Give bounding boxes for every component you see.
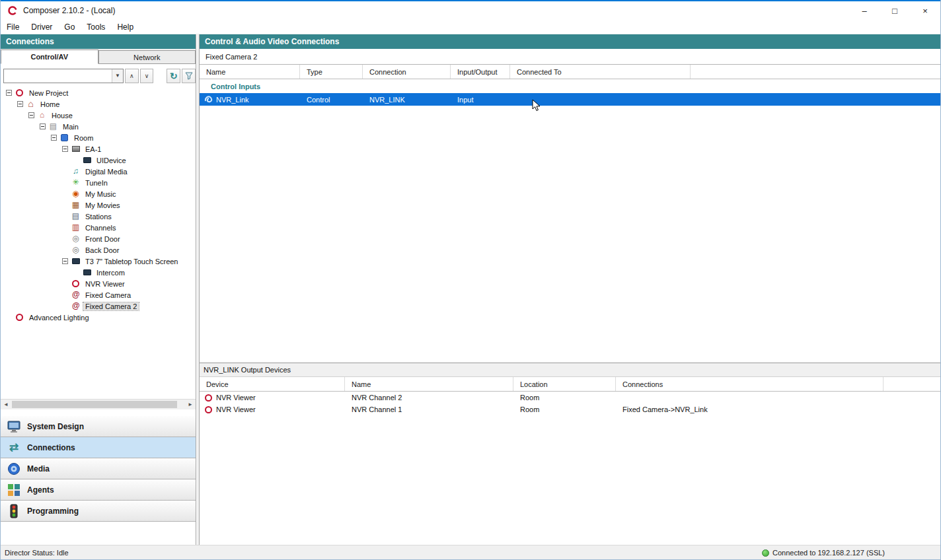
column-header-location[interactable]: Location bbox=[513, 377, 616, 391]
tree-expander-icon[interactable] bbox=[51, 135, 57, 141]
tree-expander-icon[interactable] bbox=[62, 146, 68, 152]
combobox-dropdown-icon[interactable]: ▼ bbox=[112, 69, 123, 83]
tree-item-label: Front Door bbox=[83, 235, 122, 243]
output-device-rows: NVR ViewerNVR Channel 2RoomNVR ViewerNVR… bbox=[200, 392, 940, 415]
output-devices-title: NVR_LINK Output Devices bbox=[200, 363, 940, 377]
column-header-type[interactable]: Type bbox=[300, 65, 363, 79]
nav-media[interactable]: Media bbox=[1, 458, 196, 479]
tree-expander-icon[interactable] bbox=[28, 112, 34, 118]
tree-item-label: Stations bbox=[83, 213, 114, 221]
tab-control-av[interactable]: Control/AV bbox=[1, 50, 98, 64]
ea-icon bbox=[71, 145, 81, 153]
connection-status: Connected to 192.168.2.127 (SSL) bbox=[762, 545, 885, 560]
tree-item-label: EA-1 bbox=[83, 145, 103, 153]
tab-network[interactable]: Network bbox=[98, 50, 196, 63]
tree-item-house[interactable]: ⌂House bbox=[1, 110, 196, 121]
tree-item-new-project[interactable]: New Project bbox=[1, 87, 196, 98]
tree-item-t3-7-tabletop-touch-screen[interactable]: T3 7" Tabletop Touch Screen bbox=[1, 256, 196, 267]
main-title: Control & Audio Video Connections bbox=[200, 34, 940, 49]
tree-item-label: Fixed Camera 2 bbox=[83, 302, 139, 310]
tree-item-intercom[interactable]: Intercom bbox=[1, 267, 196, 278]
minimize-button[interactable]: – bbox=[849, 1, 880, 20]
refresh-button[interactable]: ↻ bbox=[167, 69, 180, 83]
tree-h-scrollbar[interactable]: ◄ ► bbox=[1, 399, 196, 409]
connected-indicator-icon bbox=[762, 549, 769, 557]
filter-button[interactable] bbox=[182, 69, 196, 83]
c4-icon bbox=[204, 405, 213, 414]
sidebar-tabs: Control/AV Network bbox=[1, 49, 196, 64]
column-header-connection[interactable]: Connection bbox=[363, 65, 451, 79]
column-header-connections[interactable]: Connections bbox=[616, 377, 884, 391]
c4-icon bbox=[15, 88, 24, 97]
tree-item-ea-1[interactable]: EA-1 bbox=[1, 143, 196, 155]
tree-item-channels[interactable]: ▥Channels bbox=[1, 222, 196, 233]
nav-agents[interactable]: Agents bbox=[1, 479, 196, 501]
tree-item-home[interactable]: ⌂Home bbox=[1, 98, 196, 110]
menu-file[interactable]: File bbox=[1, 20, 25, 34]
tree-item-tunein[interactable]: ✳TuneIn bbox=[1, 177, 196, 188]
tree-item-digital-media[interactable]: ♫Digital Media bbox=[1, 166, 196, 177]
tree-item-my-movies[interactable]: ▦My Movies bbox=[1, 199, 196, 211]
splitter-handle[interactable] bbox=[1, 409, 196, 416]
house-icon: ⌂ bbox=[37, 111, 47, 120]
column-header-device[interactable]: Device bbox=[200, 377, 345, 391]
connections-rows: NVR_LinkControlNVR_LINKInput bbox=[200, 93, 940, 106]
close-button[interactable]: × bbox=[910, 1, 940, 20]
scroll-left-icon[interactable]: ◄ bbox=[1, 400, 11, 409]
camera-door-icon: ◎ bbox=[71, 246, 81, 254]
tree-item-back-door[interactable]: ◎Back Door bbox=[1, 244, 196, 256]
tree-item-fixed-camera-2[interactable]: @Fixed Camera 2 bbox=[1, 300, 196, 312]
tree-item-label: Home bbox=[38, 100, 61, 108]
tree-item-label: Main bbox=[61, 123, 81, 131]
tree-expander-icon[interactable] bbox=[62, 258, 68, 264]
tree-item-uidevice[interactable]: UIDevice bbox=[1, 155, 196, 166]
menu-go[interactable]: Go bbox=[58, 20, 81, 34]
title-bar: Composer 2.10.2 - (Local) – □ × bbox=[1, 1, 940, 20]
column-header-connected-to[interactable]: Connected To bbox=[510, 65, 691, 79]
tree-expander-icon[interactable] bbox=[40, 123, 46, 129]
tree-item-label: UIDevice bbox=[94, 157, 128, 164]
refresh-icon: ↻ bbox=[170, 71, 178, 81]
nvr-link-icon bbox=[204, 95, 213, 104]
tree-item-label: Fixed Camera bbox=[83, 291, 133, 299]
nav-label: Programming bbox=[27, 507, 79, 516]
column-header-name[interactable]: Name bbox=[200, 65, 300, 79]
screen-icon bbox=[71, 257, 81, 265]
maximize-button[interactable]: □ bbox=[880, 1, 910, 20]
column-header-input-output[interactable]: Input/Output bbox=[451, 65, 510, 79]
nav-label: Media bbox=[27, 464, 50, 473]
tree-item-label: House bbox=[50, 112, 75, 120]
device-filter-input[interactable] bbox=[4, 69, 112, 83]
nav-programming[interactable]: Programming bbox=[1, 501, 196, 522]
tree-item-room[interactable]: Room bbox=[1, 132, 196, 143]
tree-item-advanced-lighting[interactable]: Advanced Lighting bbox=[1, 312, 196, 323]
nav-connections[interactable]: ⇄ Connections bbox=[1, 437, 196, 458]
tree-item-my-music[interactable]: ◉My Music bbox=[1, 188, 196, 199]
scroll-right-icon[interactable]: ► bbox=[185, 400, 196, 409]
find-previous-button[interactable]: ∧ bbox=[125, 69, 139, 83]
find-next-button[interactable]: ∨ bbox=[140, 69, 154, 83]
nav-system-design[interactable]: System Design bbox=[1, 416, 196, 437]
control-inputs-group-label: Control Inputs bbox=[200, 79, 940, 93]
device-filter-combobox[interactable]: ▼ bbox=[3, 69, 124, 83]
tree-item-label: Intercom bbox=[94, 269, 127, 277]
nav-label: System Design bbox=[27, 422, 84, 431]
menu-help[interactable]: Help bbox=[111, 20, 139, 34]
output-device-row-nvr-channel-2[interactable]: NVR ViewerNVR Channel 2Room bbox=[200, 392, 940, 403]
at-driver-icon: @ bbox=[71, 291, 81, 299]
tree-expander-icon[interactable] bbox=[6, 90, 12, 96]
tree-item-fixed-camera[interactable]: @Fixed Camera bbox=[1, 289, 196, 300]
window-title: Composer 2.10.2 - (Local) bbox=[23, 6, 115, 15]
tree-expander-icon[interactable] bbox=[17, 101, 23, 107]
column-header-name[interactable]: Name bbox=[345, 377, 513, 391]
tree-item-stations[interactable]: ▤Stations bbox=[1, 211, 196, 222]
output-device-row-nvr-channel-1[interactable]: NVR ViewerNVR Channel 1RoomFixed Camera-… bbox=[200, 403, 940, 415]
scrollbar-thumb[interactable] bbox=[12, 401, 177, 408]
menu-tools[interactable]: Tools bbox=[81, 20, 111, 34]
tree-item-nvr-viewer[interactable]: NVR Viewer bbox=[1, 278, 196, 289]
tree-item-front-door[interactable]: ◎Front Door bbox=[1, 233, 196, 244]
menu-driver[interactable]: Driver bbox=[25, 20, 58, 34]
at-driver-icon: @ bbox=[71, 302, 81, 310]
connection-row-nvr-link[interactable]: NVR_LinkControlNVR_LINKInput bbox=[200, 93, 940, 106]
tree-item-main[interactable]: ▤Main bbox=[1, 121, 196, 132]
